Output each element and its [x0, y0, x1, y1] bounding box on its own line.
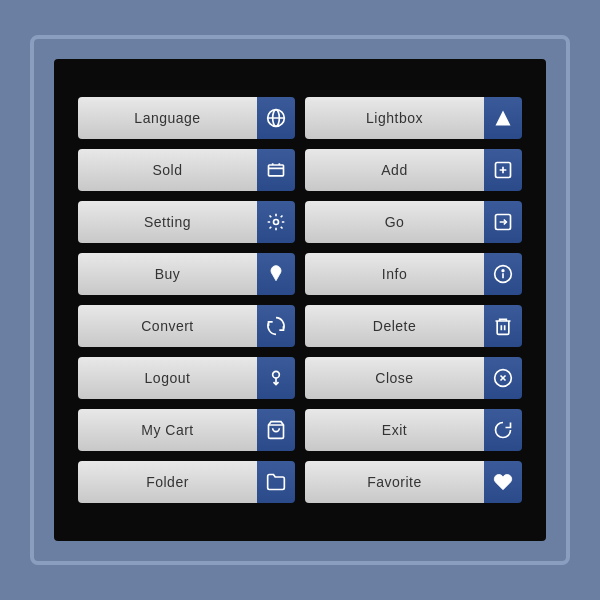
- svg-rect-4: [269, 165, 284, 176]
- folder-label: Folder: [78, 461, 257, 503]
- exit-button[interactable]: Exit: [305, 409, 522, 451]
- lightbox-label: Lightbox: [305, 97, 484, 139]
- svg-marker-3: [496, 111, 511, 126]
- delete-button[interactable]: Delete: [305, 305, 522, 347]
- close-label: Close: [305, 357, 484, 399]
- language-label: Language: [78, 97, 257, 139]
- button-grid: LanguageLightboxSoldAddSettingGoBuyInfoC…: [78, 97, 522, 503]
- favorite-button[interactable]: Favorite: [305, 461, 522, 503]
- buy-button[interactable]: Buy: [78, 253, 295, 295]
- logout-button[interactable]: Logout: [78, 357, 295, 399]
- add-label: Add: [305, 149, 484, 191]
- svg-point-8: [274, 220, 279, 225]
- outer-border: LanguageLightboxSoldAddSettingGoBuyInfoC…: [30, 35, 570, 565]
- convert-icon: [257, 305, 295, 347]
- sold-button[interactable]: Sold: [78, 149, 295, 191]
- info-button[interactable]: Info: [305, 253, 522, 295]
- buy-label: Buy: [78, 253, 257, 295]
- folder-icon: [257, 461, 295, 503]
- setting-icon: [257, 201, 295, 243]
- folder-button[interactable]: Folder: [78, 461, 295, 503]
- delete-icon: [484, 305, 522, 347]
- exit-icon: [484, 409, 522, 451]
- go-icon: [484, 201, 522, 243]
- close-icon: [484, 357, 522, 399]
- svg-point-12: [502, 270, 504, 272]
- svg-point-16: [273, 371, 280, 378]
- close-button[interactable]: Close: [305, 357, 522, 399]
- language-icon: [257, 97, 295, 139]
- mycart-label: My Cart: [78, 409, 257, 451]
- go-button[interactable]: Go: [305, 201, 522, 243]
- sold-icon: [257, 149, 295, 191]
- logout-label: Logout: [78, 357, 257, 399]
- convert-label: Convert: [78, 305, 257, 347]
- favorite-label: Favorite: [305, 461, 484, 503]
- buy-icon: [257, 253, 295, 295]
- convert-button[interactable]: Convert: [78, 305, 295, 347]
- inner-panel: LanguageLightboxSoldAddSettingGoBuyInfoC…: [54, 59, 546, 541]
- delete-label: Delete: [305, 305, 484, 347]
- mycart-icon: [257, 409, 295, 451]
- favorite-icon: [484, 461, 522, 503]
- lightbox-icon: [484, 97, 522, 139]
- sold-label: Sold: [78, 149, 257, 191]
- exit-label: Exit: [305, 409, 484, 451]
- mycart-button[interactable]: My Cart: [78, 409, 295, 451]
- add-icon: [484, 149, 522, 191]
- go-label: Go: [305, 201, 484, 243]
- add-button[interactable]: Add: [305, 149, 522, 191]
- setting-button[interactable]: Setting: [78, 201, 295, 243]
- info-icon: [484, 253, 522, 295]
- language-button[interactable]: Language: [78, 97, 295, 139]
- lightbox-button[interactable]: Lightbox: [305, 97, 522, 139]
- setting-label: Setting: [78, 201, 257, 243]
- info-label: Info: [305, 253, 484, 295]
- logout-icon: [257, 357, 295, 399]
